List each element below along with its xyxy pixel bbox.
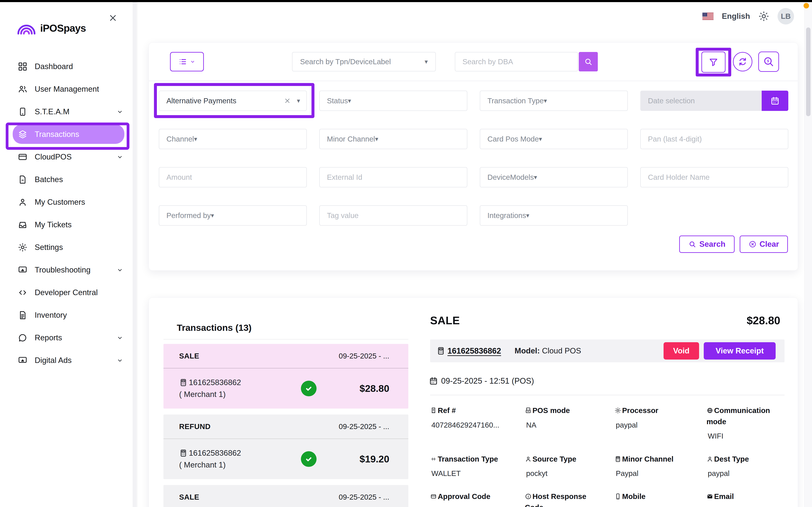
transaction-amount: $19.20 xyxy=(359,453,389,465)
detail-field: Email NA xyxy=(707,491,785,507)
transaction-row[interactable]: REFUND 09-25-2025 - ... 161625836862 ( M… xyxy=(163,414,408,479)
sidebar-item-label: Digital Ads xyxy=(35,356,72,365)
filter-field-text: Pan (last 4-digit) xyxy=(648,135,702,143)
filter-field-control[interactable]: Pan (last 4-digit) ▾ xyxy=(640,129,788,149)
chevron-down-icon xyxy=(116,334,123,341)
topbar-right: English LB xyxy=(702,8,794,24)
filter-field-text: Transaction Type xyxy=(488,97,544,105)
sidebar-close-button[interactable] xyxy=(107,12,119,24)
transaction-type: SALE xyxy=(179,493,199,501)
search-by-tpn-select[interactable]: Search by Tpn/DeviceLabel ▾ xyxy=(292,52,436,71)
sidebar-item[interactable]: Reports xyxy=(0,326,138,349)
filter-field-control[interactable]: Status ▾ xyxy=(319,91,467,111)
dba-search-button[interactable] xyxy=(579,52,598,71)
brand-logo[interactable]: iPOSpays xyxy=(16,21,86,35)
filter-field-control[interactable]: Channel ▾ xyxy=(159,129,307,149)
view-receipt-button[interactable]: View Receipt xyxy=(704,342,776,359)
sidebar-item[interactable]: Developer Central xyxy=(0,281,138,304)
filter-field-text: Card Pos Mode xyxy=(488,135,539,143)
filter-field-control[interactable]: Transaction Type ▾ xyxy=(480,91,628,111)
avatar[interactable]: LB xyxy=(777,8,794,24)
void-button[interactable]: Void xyxy=(664,342,699,359)
quick-search-button[interactable] xyxy=(758,52,779,72)
sidebar-item[interactable]: Settings xyxy=(0,236,138,259)
filter-field-text: DeviceModels xyxy=(488,173,534,181)
sidebar-item[interactable]: Digital Ads xyxy=(0,349,138,372)
transaction-row[interactable]: SALE 09-25-2025 - ... 161625836862 ( Mer… xyxy=(163,344,408,408)
filter-field-control[interactable]: Alternative Payments ▾ xyxy=(159,91,307,111)
sidebar-item[interactable]: Transactions xyxy=(0,123,138,146)
detail-tpn-link[interactable]: 161625836862 xyxy=(448,346,501,355)
detail-field-icon xyxy=(707,493,713,500)
sidebar-item[interactable]: User Management xyxy=(0,78,138,100)
sidebar: iPOSpays Dashboard User Management S.T. xyxy=(0,2,138,507)
detail-info-bar: 161625836862 Model: Cloud POS Void View … xyxy=(430,339,784,362)
filter-field-control[interactable]: Minor Channel ▾ xyxy=(319,129,467,149)
detail-field-icon xyxy=(707,407,713,414)
filter-field-control[interactable]: Card Holder Name ▾ xyxy=(640,167,788,187)
search-icon xyxy=(584,57,593,66)
detail-field-label: Source Type xyxy=(525,454,603,465)
sidebar-item-icon xyxy=(18,310,28,320)
detail-field-value: pockyt xyxy=(525,468,614,479)
language-selector[interactable]: English xyxy=(722,12,750,21)
clear-button[interactable]: Clear xyxy=(740,235,788,253)
detail-field: Minor Channel Paypal xyxy=(614,454,707,479)
toolbar-divider xyxy=(149,81,798,81)
filter-field-text: Alternative Payments xyxy=(166,97,237,105)
search-button[interactable]: Search xyxy=(679,235,734,253)
detail-field-label: Dest Type xyxy=(707,454,785,465)
chevron-down-icon: ▾ xyxy=(534,174,537,180)
filter-field-text: Status xyxy=(327,97,348,105)
sidebar-item-label: Batches xyxy=(35,175,63,184)
filter-button[interactable] xyxy=(701,52,725,73)
chevron-down-icon: ▾ xyxy=(348,98,351,104)
sidebar-item[interactable]: Inventory xyxy=(0,304,138,326)
detail-field-icon xyxy=(707,456,713,462)
calendar-button[interactable] xyxy=(762,91,788,111)
filter-field-control[interactable]: Tag value ▾ xyxy=(319,205,467,226)
sidebar-item[interactable]: S.T.E.A.M xyxy=(0,100,138,123)
chevron-down-icon: ▾ xyxy=(539,136,542,142)
sidebar-item[interactable]: My Tickets xyxy=(0,213,138,236)
search-dba-input[interactable] xyxy=(455,52,578,71)
filter-field-control[interactable]: DeviceModels ▾ xyxy=(480,167,628,187)
page-scrollbar-thumb[interactable] xyxy=(806,27,811,116)
detail-field: POS mode NA xyxy=(525,405,614,442)
sidebar-nav: Dashboard User Management S.T.E.A.M xyxy=(0,55,138,372)
detail-field-label: Mobile xyxy=(614,491,693,502)
sidebar-item[interactable]: CloudPOS xyxy=(0,146,138,168)
sidebar-item[interactable]: My Customers xyxy=(0,191,138,213)
detail-field-value: Paypal xyxy=(614,468,707,479)
detail-field-icon xyxy=(614,407,621,414)
detail-field-value: paypal xyxy=(707,468,785,479)
filter-field-control[interactable]: External Id ▾ xyxy=(319,167,467,187)
settings-gear-icon[interactable] xyxy=(758,11,769,22)
filter-field: Pan (last 4-digit) ▾ xyxy=(640,129,788,149)
detail-field-label: Communication mode xyxy=(707,405,785,427)
search-button-label: Search xyxy=(699,240,725,249)
detail-field-value: +19898989898 xyxy=(614,505,707,507)
filter-field-control[interactable]: Performed by ▾ xyxy=(159,205,307,226)
transaction-amount: $28.80 xyxy=(359,383,389,394)
filter-field-control[interactable]: Amount ▾ xyxy=(159,167,307,187)
list-view-toggle-button[interactable] xyxy=(170,52,204,71)
sidebar-item[interactable]: Dashboard xyxy=(0,55,138,78)
filter-field-control[interactable]: Card Pos Mode ▾ xyxy=(480,129,628,149)
sidebar-scrollbar[interactable] xyxy=(133,2,137,507)
terminal-icon xyxy=(179,378,188,387)
detail-field-value: paypal xyxy=(614,419,707,431)
transaction-row[interactable]: SALE 09-25-2025 - ... xyxy=(163,485,408,507)
clear-selection-icon[interactable] xyxy=(284,97,291,104)
filter-field-text: Card Holder Name xyxy=(648,173,710,181)
transaction-type: REFUND xyxy=(179,422,211,431)
detail-type: SALE xyxy=(430,314,460,327)
refresh-button[interactable] xyxy=(733,52,752,71)
sidebar-item[interactable]: Troubleshooting xyxy=(0,259,138,281)
sidebar-item-label: User Management xyxy=(35,85,99,94)
sidebar-item-icon xyxy=(18,242,28,252)
filter-field-control[interactable]: Integrations ▾ xyxy=(480,205,628,226)
filter-field-control[interactable]: Date selection ▾ xyxy=(640,91,762,111)
sidebar-item[interactable]: Batches xyxy=(0,168,138,191)
page-scrollbar[interactable] xyxy=(804,2,812,507)
